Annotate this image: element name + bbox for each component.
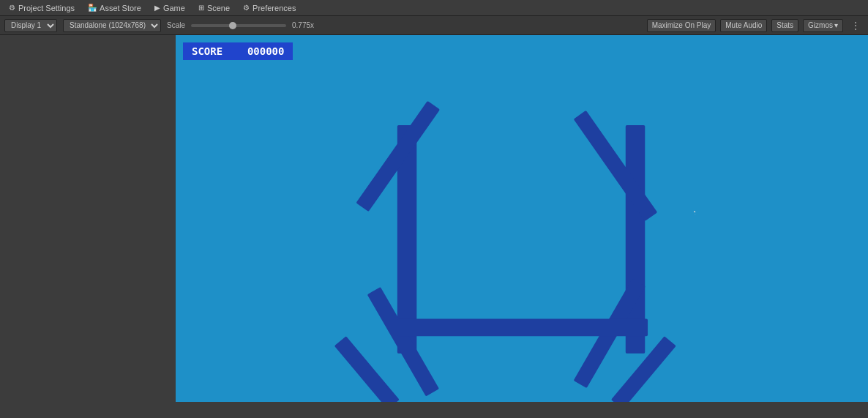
svg-rect-7 — [334, 336, 400, 402]
menu-bar: ⚙ Project Settings 🏪 Asset Store ▶ Game … — [0, 0, 868, 16]
stats-button[interactable]: Stats — [771, 19, 798, 32]
menu-asset-store[interactable]: 🏪 Asset Store — [82, 1, 147, 15]
prefs-icon: ⚙ — [243, 4, 250, 12]
chevron-down-icon: ▾ — [834, 21, 838, 29]
maximize-on-play-button[interactable]: Maximize On Play — [647, 19, 717, 32]
pinball-svg — [176, 35, 868, 402]
toolbar-right: Maximize On Play Mute Audio Stats Gizmos… — [647, 19, 864, 32]
gizmos-button[interactable]: Gizmos ▾ — [803, 19, 843, 32]
gear-icon: ⚙ — [9, 4, 15, 12]
menu-preferences[interactable]: ⚙ Preferences — [237, 1, 302, 15]
more-options-button[interactable]: ⋮ — [848, 20, 864, 31]
game-viewport: SCORE 000000 — [176, 35, 868, 402]
svg-rect-6 — [397, 319, 648, 337]
scale-label: Scale — [167, 21, 185, 29]
mute-audio-button[interactable]: Mute Audio — [720, 19, 767, 32]
menu-game[interactable]: ▶ Game — [149, 1, 191, 15]
store-icon: 🏪 — [88, 4, 97, 12]
resolution-select[interactable]: Standalone (1024x768) — [63, 19, 161, 32]
scale-value: 0.775x — [292, 21, 314, 29]
menu-project-settings[interactable]: ⚙ Project Settings — [3, 1, 81, 15]
display-select[interactable]: Display 1 — [4, 19, 57, 32]
main-area: SCORE 000000 — [0, 35, 868, 402]
menu-scene[interactable]: ⊞ Scene — [192, 1, 236, 15]
game-toolbar: Display 1 Standalone (1024x768) Scale 0.… — [0, 16, 868, 35]
left-panel — [0, 35, 176, 402]
game-icon: ▶ — [154, 4, 160, 12]
scale-slider[interactable] — [191, 24, 286, 27]
scene-icon: ⊞ — [198, 4, 204, 12]
